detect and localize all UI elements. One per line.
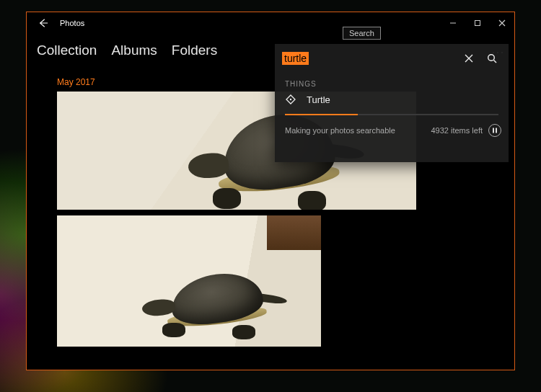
- suggestion-label: Turtle: [307, 94, 330, 105]
- minimize-icon: [449, 19, 457, 27]
- tab-collection[interactable]: Collection: [37, 43, 97, 58]
- close-icon: [464, 53, 474, 63]
- indexing-items-left: 4932 items left: [431, 126, 483, 135]
- indexing-status-text: Making your photos searchable: [285, 126, 395, 135]
- svg-rect-5: [493, 128, 494, 133]
- svg-rect-1: [475, 21, 480, 26]
- suggestions-header: THINGS: [275, 73, 509, 92]
- titlebar: Photos Search: [27, 12, 514, 34]
- indexing-progress-bar: [285, 114, 498, 115]
- photos-app-window: Photos Search Collection Albums Folders …: [26, 12, 515, 370]
- search-input[interactable]: turtle: [282, 52, 309, 65]
- clear-search-button[interactable]: [459, 49, 478, 68]
- turtle-illustration: [129, 244, 295, 345]
- svg-rect-6: [496, 128, 497, 133]
- pause-icon: [492, 128, 498, 133]
- tab-folders[interactable]: Folders: [172, 43, 217, 58]
- window-controls: [441, 12, 514, 34]
- search-button[interactable]: [483, 49, 501, 68]
- pause-indexing-button[interactable]: [488, 124, 501, 137]
- suggestion-item[interactable]: Turtle: [275, 92, 509, 112]
- app-title: Photos: [60, 19, 84, 27]
- back-arrow-icon: [38, 18, 48, 28]
- search-panel: turtle THINGS Turtle Making your photos …: [275, 44, 509, 162]
- minimize-button[interactable]: [441, 12, 465, 34]
- indexing-status-row: Making your photos searchable 4932 items…: [275, 115, 509, 137]
- photo-thumbnail[interactable]: [57, 215, 321, 347]
- maximize-button[interactable]: [465, 12, 490, 34]
- svg-line-3: [494, 61, 497, 63]
- back-button[interactable]: [27, 12, 60, 34]
- maximize-icon: [474, 19, 481, 27]
- tag-icon: [285, 94, 296, 105]
- tab-albums[interactable]: Albums: [111, 43, 157, 58]
- search-icon: [487, 53, 497, 63]
- svg-point-2: [488, 55, 495, 61]
- svg-point-4: [290, 99, 291, 100]
- search-input-row: turtle: [275, 44, 509, 73]
- indexing-progress-fill: [285, 114, 358, 115]
- close-button[interactable]: [490, 12, 514, 34]
- close-icon: [498, 19, 506, 27]
